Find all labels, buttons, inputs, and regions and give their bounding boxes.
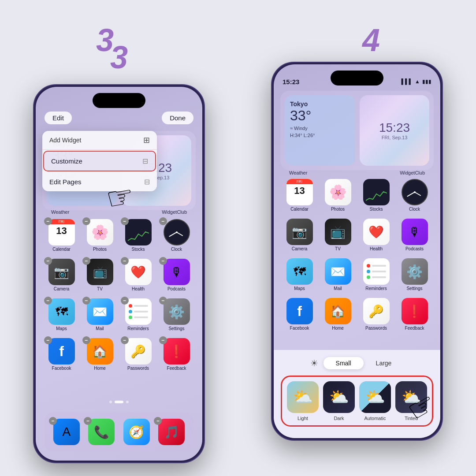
reminders-label: Reminders xyxy=(127,326,149,331)
camera-app[interactable]: − 📷 Camera xyxy=(46,259,78,291)
theme-dark-label: Dark xyxy=(334,416,344,421)
clock-app-4[interactable]: Clock xyxy=(399,179,431,212)
edit-button[interactable]: Edit xyxy=(45,112,72,124)
app-row-3: − 🗺 Maps − ✉️ Mail − xyxy=(42,298,196,331)
stocks-label-4: Stocks xyxy=(369,207,383,212)
reminders-label-4: Reminders xyxy=(365,286,387,291)
context-menu-header: Add Widget ⊞ xyxy=(42,131,157,150)
podcasts-app-4[interactable]: 🎙 Podcasts xyxy=(399,219,431,251)
theme-light[interactable]: ⛅ Light xyxy=(287,381,319,421)
photos-app-4[interactable]: 🌸 Photos xyxy=(322,179,354,212)
app-row-4-4: f Facebook 🏠 Home 🔑 Passwords ❗ Feedback xyxy=(280,298,434,331)
home-label: Home xyxy=(94,366,106,371)
settings-label: Settings xyxy=(168,326,184,331)
phone-dock[interactable]: − 📞 xyxy=(86,419,117,445)
theme-dark[interactable]: ⛅ Dark xyxy=(323,381,355,421)
reminders-app-4[interactable]: Reminders xyxy=(361,258,392,291)
done-button[interactable]: Done xyxy=(162,112,193,124)
theme-auto[interactable]: ⛅ Automatic xyxy=(359,381,391,421)
tv-label: TV xyxy=(97,286,103,291)
camera-app-4[interactable]: 📷 Camera xyxy=(284,219,316,251)
minus-badge: − xyxy=(44,257,52,265)
stocks-app-4[interactable]: Stocks xyxy=(361,179,392,212)
passwords-label-4: Passwords xyxy=(365,326,387,331)
facebook-app[interactable]: − f Facebook xyxy=(46,338,78,371)
camera-label: Camera xyxy=(54,286,70,291)
stocks-app[interactable]: − Stocks xyxy=(123,219,154,252)
clock-app[interactable]: − Clock xyxy=(161,219,193,252)
app-row-4-1: FRI 13 Calendar 🌸 Photos xyxy=(280,179,434,212)
clock-date-4: FRI, Sep.13 xyxy=(379,135,410,140)
dock-3: − A − 📞 🧭 − 🎵 xyxy=(45,412,193,452)
customize-menu-item[interactable]: Customize ⊟ xyxy=(43,151,156,171)
minus-badge: − xyxy=(82,336,90,344)
wifi-icon: ▲ xyxy=(415,78,420,85)
small-size-button[interactable]: Small xyxy=(324,357,364,369)
facebook-app-4[interactable]: f Facebook xyxy=(284,298,316,331)
status-icons-4: ▌▌▌ ▲ ▮▮▮ xyxy=(402,78,431,85)
minus-badge: − xyxy=(82,257,90,265)
mail-app[interactable]: − ✉️ Mail xyxy=(84,298,116,331)
podcasts-label: Podcasts xyxy=(167,286,186,291)
safari-dock[interactable]: 🧭 xyxy=(121,419,152,445)
large-size-button[interactable]: Large xyxy=(364,357,404,369)
weather-label-3: Weather xyxy=(51,209,69,215)
maps-label-4: Maps xyxy=(294,286,305,291)
reminders-app[interactable]: − Reminders xyxy=(123,298,154,331)
mail-label-4: Mail xyxy=(334,286,342,291)
calendar-app[interactable]: − FRI 13 Calendar xyxy=(46,219,78,252)
app-row-4-2: 📷 Camera 📺 TV ❤️ Health 🎙 Podcasts xyxy=(280,219,434,251)
mail-app-4[interactable]: ✉️ Mail xyxy=(322,258,354,291)
stocks-label: Stocks xyxy=(131,247,145,252)
theme-light-icon: ⛅ xyxy=(287,381,319,413)
feedback-label-4: Feedback xyxy=(405,326,424,331)
minus-badge: − xyxy=(159,257,167,265)
page-dots-3 xyxy=(36,401,202,403)
health-app-4[interactable]: ❤️ Health xyxy=(361,219,392,251)
widget-labels-4: Weather WidgetClub xyxy=(280,170,434,175)
edit-pages-label: Edit Pages xyxy=(49,178,82,186)
maps-app[interactable]: − 🗺 Maps xyxy=(46,298,78,331)
dot-active xyxy=(115,401,123,403)
feedback-app-4[interactable]: ❗ Feedback xyxy=(399,298,431,331)
edit-pages-menu-item[interactable]: Edit Pages ⊟ xyxy=(42,172,157,191)
music-dock[interactable]: − 🎵 xyxy=(156,419,187,445)
theme-auto-label: Automatic xyxy=(364,416,386,421)
home-app[interactable]: − 🏠 Home xyxy=(84,338,116,371)
settings-app-4[interactable]: ⚙️ Settings xyxy=(399,258,431,291)
theme-dark-icon: ⛅ xyxy=(323,381,355,413)
photos-app[interactable]: − 🌸 Photos xyxy=(84,219,116,252)
minus-badge: − xyxy=(82,297,90,305)
health-app[interactable]: − ❤️ Health xyxy=(123,259,154,291)
maps-app-4[interactable]: 🗺 Maps xyxy=(284,258,316,291)
weather-wind-4: ≈ Windy xyxy=(290,126,350,131)
edit-done-bar: Edit Done xyxy=(36,112,202,124)
tv-app[interactable]: − 📺 TV xyxy=(84,259,116,291)
minus-badge: − xyxy=(82,217,90,225)
tv-app-4[interactable]: 📺 TV xyxy=(322,219,354,251)
customize-label: Customize xyxy=(51,157,82,165)
phone-3: Edit Done Tokyo 33° ≈ Windy H:34° L:26° … xyxy=(33,84,205,463)
minus-badge: − xyxy=(49,417,57,425)
passwords-app-4[interactable]: 🔑 Passwords xyxy=(361,298,392,331)
settings-app[interactable]: − ⚙️ Settings xyxy=(161,298,193,331)
calendar-app-4[interactable]: FRI 13 Calendar xyxy=(284,179,316,212)
podcasts-label-4: Podcasts xyxy=(405,246,424,251)
minus-badge: − xyxy=(159,336,167,344)
home-app-4[interactable]: 🏠 Home xyxy=(322,298,354,331)
weather-widget-4: Tokyo 33° ≈ Windy H:34° L:26° xyxy=(285,95,355,166)
dynamic-island-3 xyxy=(93,93,145,108)
weather-detail-4: H:34° L:26° xyxy=(290,133,350,138)
feedback-app[interactable]: − ❗ Feedback xyxy=(161,338,193,371)
facebook-label: Facebook xyxy=(52,366,71,371)
passwords-app[interactable]: − 🔑 Passwords xyxy=(123,338,154,371)
status-time-4: 15:23 xyxy=(283,78,299,86)
step-3-number: 3 xyxy=(33,39,205,75)
settings-label-4: Settings xyxy=(406,286,422,291)
podcasts-app[interactable]: − 🎙 Podcasts xyxy=(161,259,193,291)
home-label-4: Home xyxy=(332,326,344,331)
appstore-dock[interactable]: − A xyxy=(51,419,82,445)
calendar-label-4: Calendar xyxy=(290,207,309,212)
phone-4: 15:23 ▌▌▌ ▲ ▮▮▮ Tokyo 33° ≈ Windy H:34° … xyxy=(271,62,443,441)
theme-auto-icon: ⛅ xyxy=(359,381,391,413)
